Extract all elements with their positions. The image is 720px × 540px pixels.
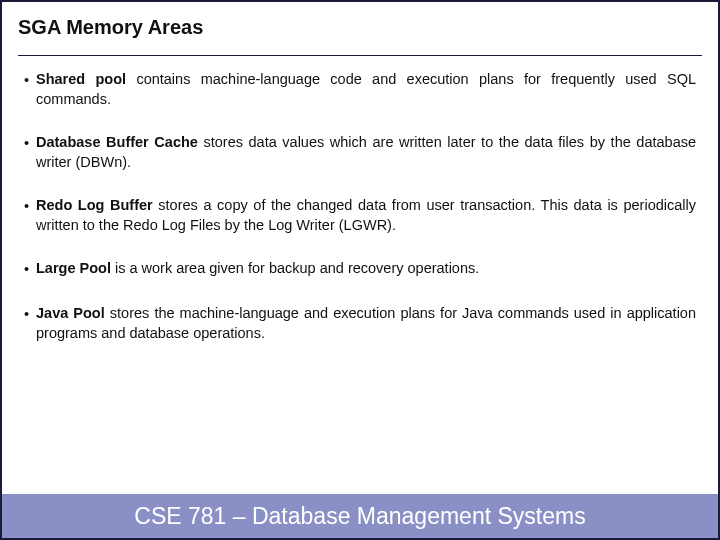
bullet-term: Java Pool xyxy=(36,305,105,321)
bullet-term: Database Buffer Cache xyxy=(36,134,198,150)
bullet-text: Large Pool is a work area given for back… xyxy=(36,259,696,280)
bullet-term: Redo Log Buffer xyxy=(36,197,153,213)
bullet-item: • Redo Log Buffer stores a copy of the c… xyxy=(24,196,696,235)
bullet-term: Large Pool xyxy=(36,260,111,276)
bullet-item: • Database Buffer Cache stores data valu… xyxy=(24,133,696,172)
bullet-item: • Java Pool stores the machine-language … xyxy=(24,304,696,343)
bullet-rest: contains machine-language code and execu… xyxy=(36,71,696,107)
bullet-text: Database Buffer Cache stores data values… xyxy=(36,133,696,172)
bullet-marker: • xyxy=(24,196,36,235)
bullet-rest: stores the machine-language and executio… xyxy=(36,305,696,341)
bullet-marker: • xyxy=(24,259,36,280)
bullet-item: • Large Pool is a work area given for ba… xyxy=(24,259,696,280)
bullet-text: Shared pool contains machine-language co… xyxy=(36,70,696,109)
bullet-marker: • xyxy=(24,133,36,172)
bullet-marker: • xyxy=(24,304,36,343)
footer-bar: CSE 781 – Database Management Systems xyxy=(2,494,718,538)
bullet-rest: is a work area given for backup and reco… xyxy=(111,260,479,276)
bullet-item: • Shared pool contains machine-language … xyxy=(24,70,696,109)
bullet-text: Java Pool stores the machine-language an… xyxy=(36,304,696,343)
bullet-marker: • xyxy=(24,70,36,109)
bullet-term: Shared pool xyxy=(36,71,126,87)
slide-title: SGA Memory Areas xyxy=(18,16,702,39)
title-area: SGA Memory Areas xyxy=(2,2,718,45)
footer-text: CSE 781 – Database Management Systems xyxy=(134,503,585,530)
bullet-text: Redo Log Buffer stores a copy of the cha… xyxy=(36,196,696,235)
slide: SGA Memory Areas • Shared pool contains … xyxy=(0,0,720,540)
body-area: • Shared pool contains machine-language … xyxy=(2,56,718,343)
